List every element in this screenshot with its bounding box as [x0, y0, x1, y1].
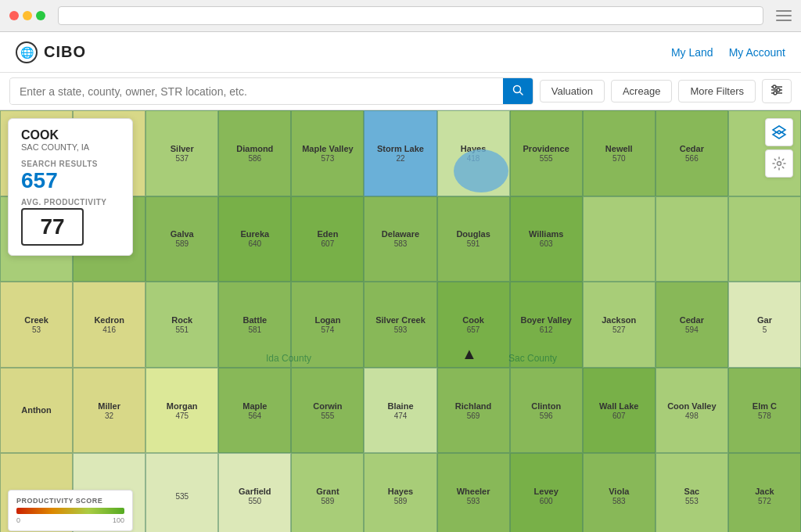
layers-button[interactable]: [765, 118, 793, 146]
cell-name: Rock: [171, 315, 192, 325]
cell-value: 572: [758, 497, 771, 505]
map-cell[interactable]: Maple Valley573: [291, 110, 364, 196]
cell-name: Cedar: [680, 315, 704, 325]
map-cell[interactable]: Galva589: [145, 196, 218, 282]
map-cell[interactable]: Providence555: [510, 110, 583, 196]
map-cell[interactable]: Sac553: [656, 453, 728, 532]
map-cell[interactable]: Williams603: [510, 196, 583, 282]
cell-name: Grant: [316, 487, 339, 497]
search-button[interactable]: [503, 78, 533, 104]
map-cell[interactable]: Douglas591: [437, 196, 510, 282]
acreage-filter-button[interactable]: Acreage: [611, 80, 672, 102]
info-location: SAC COUNTY, IA: [21, 142, 120, 152]
map-cell[interactable]: Newell570: [583, 110, 656, 196]
cell-name: Storm Lake: [377, 144, 424, 154]
cell-value: 32: [105, 412, 113, 420]
cell-value: 22: [396, 154, 404, 163]
browser-address-bar[interactable]: [58, 6, 763, 25]
map-cell[interactable]: Wheeler593: [437, 453, 510, 532]
map-cell[interactable]: Elm C578: [728, 368, 801, 454]
filter-options-button[interactable]: [762, 79, 792, 103]
map-cell[interactable]: Gar5: [728, 282, 801, 368]
valuation-filter-button[interactable]: Valuation: [540, 80, 605, 102]
cell-name: Creek: [24, 315, 48, 325]
map-cell[interactable]: Logan574: [291, 282, 364, 368]
map-cell[interactable]: Eureka640: [218, 196, 291, 282]
more-filters-button[interactable]: More Filters: [678, 80, 756, 102]
map-cell[interactable]: [583, 196, 656, 282]
svg-marker-9: [773, 131, 785, 138]
cell-value: 581: [248, 325, 261, 334]
map-cell[interactable]: Delaware583: [364, 196, 436, 282]
map-cell[interactable]: Cedar566: [656, 110, 728, 196]
map-cell[interactable]: Viola583: [583, 453, 656, 532]
search-input[interactable]: [10, 79, 503, 104]
cell-value: 586: [248, 154, 261, 163]
cell-value: 569: [467, 412, 480, 420]
map-cell[interactable]: Miller32: [73, 368, 145, 454]
map-cell[interactable]: Cook657: [437, 282, 510, 368]
cell-name: Douglas: [456, 229, 490, 239]
cell-value: 612: [540, 325, 553, 334]
map-cell[interactable]: [656, 196, 728, 282]
map-cell[interactable]: Blaine474: [364, 368, 436, 454]
cell-value: 475: [175, 412, 189, 420]
map-cell[interactable]: Creek53: [0, 282, 73, 368]
toolbar: Valuation Acreage More Filters: [0, 73, 801, 110]
cell-value: 589: [394, 497, 408, 505]
map-cell[interactable]: [728, 196, 801, 282]
map-cell[interactable]: Boyer Valley612: [510, 282, 583, 368]
logo-area: 🌐 CIBO: [16, 41, 86, 63]
map-cell[interactable]: Kedron416: [73, 282, 145, 368]
cell-name: Corwin: [313, 401, 342, 412]
map-cell[interactable]: Jack572: [728, 453, 801, 532]
map-cell[interactable]: 535: [145, 453, 218, 532]
cell-value: 607: [612, 412, 626, 420]
nav-my-land[interactable]: My Land: [671, 46, 713, 59]
map-cell[interactable]: Eden607: [291, 196, 364, 282]
map-cell[interactable]: Corwin555: [291, 368, 364, 454]
cell-name: Blaine: [387, 401, 413, 412]
cell-name: Maple Valley: [302, 144, 353, 154]
legend-min: 0: [16, 516, 20, 524]
cell-value: 589: [321, 497, 335, 505]
map-cell[interactable]: Garfield550: [218, 453, 291, 532]
browser-dot-yellow: [23, 11, 32, 20]
map-cell[interactable]: Hayes589: [364, 453, 436, 532]
cell-value: 593: [394, 325, 408, 334]
cell-value: 535: [175, 492, 189, 501]
map-cell[interactable]: Anthon: [0, 368, 73, 454]
nav-my-account[interactable]: My Account: [729, 46, 785, 59]
search-input-wrapper: [9, 77, 533, 105]
map-cell[interactable]: Coon Valley498: [656, 368, 728, 454]
legend-gradient-bar: [16, 508, 124, 514]
map-cell[interactable]: Silver Creek593: [364, 282, 436, 368]
map-cell[interactable]: Silver537: [145, 110, 218, 196]
map-cell[interactable]: Grant589: [291, 453, 364, 532]
svg-line-1: [519, 92, 523, 95]
map-cell[interactable]: Wall Lake607: [583, 368, 656, 454]
info-productivity-label: AVG. PRODUCTIVITY: [21, 198, 120, 207]
browser-dots: [9, 11, 45, 20]
map-cell[interactable]: Levey600: [510, 453, 583, 532]
cell-name: Viola: [609, 487, 629, 497]
settings-button[interactable]: [765, 149, 793, 178]
cell-value: 570: [612, 154, 626, 163]
map-cell[interactable]: Morgan475: [145, 368, 218, 454]
cell-name: Eureka: [240, 229, 269, 239]
cell-name: Elm C: [753, 401, 777, 412]
cell-name: Richland: [455, 401, 491, 412]
map-cell[interactable]: Richland569: [437, 368, 510, 454]
search-icon: [512, 84, 523, 95]
map-cell[interactable]: Clinton596: [510, 368, 583, 454]
map-cell[interactable]: Maple564: [218, 368, 291, 454]
map-cell[interactable]: Battle581: [218, 282, 291, 368]
svg-point-6: [777, 88, 780, 92]
map-cell[interactable]: Jackson527: [583, 282, 656, 368]
map-cell[interactable]: Storm Lake22: [364, 110, 436, 196]
cell-name: Garfield: [239, 487, 271, 497]
map-cell[interactable]: Diamond586: [218, 110, 291, 196]
map-cell[interactable]: Cedar594: [656, 282, 728, 368]
cell-name: Clinton: [531, 401, 561, 412]
map-cell[interactable]: Rock551: [145, 282, 218, 368]
